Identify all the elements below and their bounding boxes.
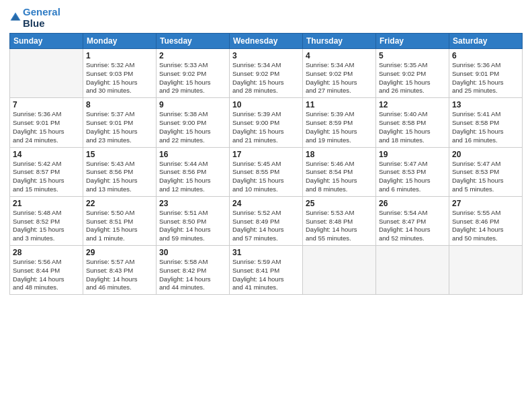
weekday-header-row: SundayMondayTuesdayWednesdayThursdayFrid… [10, 34, 523, 49]
calendar-cell: 12Sunrise: 5:40 AM Sunset: 8:58 PM Dayli… [376, 98, 449, 147]
calendar-cell: 13Sunrise: 5:41 AM Sunset: 8:58 PM Dayli… [449, 98, 523, 147]
calendar-cell: 17Sunrise: 5:45 AM Sunset: 8:55 PM Dayli… [230, 147, 303, 196]
calendar-cell: 4Sunrise: 5:34 AM Sunset: 9:02 PM Daylig… [303, 49, 376, 98]
weekday-header-friday: Friday [376, 34, 449, 49]
calendar-cell: 21Sunrise: 5:48 AM Sunset: 8:52 PM Dayli… [10, 196, 83, 245]
day-info: Sunrise: 5:53 AM Sunset: 8:48 PM Dayligh… [306, 209, 373, 243]
day-info: Sunrise: 5:34 AM Sunset: 9:02 PM Dayligh… [306, 61, 373, 95]
calendar-cell: 31Sunrise: 5:59 AM Sunset: 8:41 PM Dayli… [230, 246, 303, 295]
day-info: Sunrise: 5:39 AM Sunset: 8:59 PM Dayligh… [306, 110, 373, 144]
day-number: 16 [159, 150, 226, 159]
day-number: 15 [86, 150, 153, 159]
day-info: Sunrise: 5:51 AM Sunset: 8:50 PM Dayligh… [159, 209, 226, 243]
logo-icon [9, 11, 21, 24]
day-info: Sunrise: 5:43 AM Sunset: 8:56 PM Dayligh… [86, 160, 153, 194]
calendar-cell: 14Sunrise: 5:42 AM Sunset: 8:57 PM Dayli… [10, 147, 83, 196]
day-info: Sunrise: 5:40 AM Sunset: 8:58 PM Dayligh… [379, 110, 446, 144]
header: GeneralBlue [9, 7, 523, 29]
calendar-cell: 28Sunrise: 5:56 AM Sunset: 8:44 PM Dayli… [10, 246, 83, 295]
day-info: Sunrise: 5:48 AM Sunset: 8:52 PM Dayligh… [13, 209, 80, 243]
day-number: 11 [306, 100, 373, 109]
day-number: 27 [452, 199, 519, 208]
weekday-header-monday: Monday [83, 34, 157, 49]
calendar-cell: 5Sunrise: 5:35 AM Sunset: 9:02 PM Daylig… [376, 49, 449, 98]
weekday-header-tuesday: Tuesday [157, 34, 230, 49]
day-number: 29 [86, 248, 153, 257]
day-info: Sunrise: 5:59 AM Sunset: 8:41 PM Dayligh… [232, 258, 300, 292]
day-info: Sunrise: 5:57 AM Sunset: 8:43 PM Dayligh… [86, 258, 153, 292]
day-number: 1 [86, 51, 153, 60]
week-row-2: 7Sunrise: 5:36 AM Sunset: 9:01 PM Daylig… [10, 98, 523, 147]
day-number: 20 [452, 150, 519, 159]
logo-text: GeneralBlue [23, 7, 60, 29]
day-info: Sunrise: 5:47 AM Sunset: 8:53 PM Dayligh… [379, 160, 446, 194]
weekday-header-sunday: Sunday [10, 34, 83, 49]
day-info: Sunrise: 5:38 AM Sunset: 9:00 PM Dayligh… [159, 110, 226, 144]
week-row-3: 14Sunrise: 5:42 AM Sunset: 8:57 PM Dayli… [10, 147, 523, 196]
weekday-header-wednesday: Wednesday [230, 34, 303, 49]
day-info: Sunrise: 5:36 AM Sunset: 9:01 PM Dayligh… [13, 110, 80, 144]
weekday-header-saturday: Saturday [449, 34, 523, 49]
calendar-cell: 1Sunrise: 5:32 AM Sunset: 9:03 PM Daylig… [83, 49, 157, 98]
day-info: Sunrise: 5:46 AM Sunset: 8:54 PM Dayligh… [306, 160, 373, 194]
day-info: Sunrise: 5:56 AM Sunset: 8:44 PM Dayligh… [13, 258, 80, 292]
day-number: 23 [159, 199, 226, 208]
day-info: Sunrise: 5:33 AM Sunset: 9:02 PM Dayligh… [159, 61, 226, 95]
day-info: Sunrise: 5:41 AM Sunset: 8:58 PM Dayligh… [452, 110, 519, 144]
calendar-cell [303, 246, 376, 295]
day-number: 4 [306, 51, 373, 60]
day-info: Sunrise: 5:35 AM Sunset: 9:02 PM Dayligh… [379, 61, 446, 95]
day-info: Sunrise: 5:42 AM Sunset: 8:57 PM Dayligh… [13, 160, 80, 194]
day-number: 25 [306, 199, 373, 208]
day-info: Sunrise: 5:37 AM Sunset: 9:01 PM Dayligh… [86, 110, 153, 144]
day-number: 24 [232, 199, 300, 208]
day-number: 2 [159, 51, 226, 60]
calendar-cell: 26Sunrise: 5:54 AM Sunset: 8:47 PM Dayli… [376, 196, 449, 245]
day-number: 10 [232, 100, 300, 109]
day-info: Sunrise: 5:58 AM Sunset: 8:42 PM Dayligh… [159, 258, 226, 292]
day-number: 26 [379, 199, 446, 208]
day-number: 17 [232, 150, 300, 159]
weekday-header-thursday: Thursday [303, 34, 376, 49]
calendar-cell: 24Sunrise: 5:52 AM Sunset: 8:49 PM Dayli… [230, 196, 303, 245]
calendar: SundayMondayTuesdayWednesdayThursdayFrid… [9, 33, 523, 295]
day-number: 12 [379, 100, 446, 109]
day-info: Sunrise: 5:54 AM Sunset: 8:47 PM Dayligh… [379, 209, 446, 243]
calendar-cell [10, 49, 83, 98]
day-number: 31 [232, 248, 300, 257]
day-number: 19 [379, 150, 446, 159]
day-number: 6 [452, 51, 519, 60]
calendar-cell: 10Sunrise: 5:39 AM Sunset: 9:00 PM Dayli… [230, 98, 303, 147]
calendar-cell: 18Sunrise: 5:46 AM Sunset: 8:54 PM Dayli… [303, 147, 376, 196]
day-number: 9 [159, 100, 226, 109]
day-number: 28 [13, 248, 80, 257]
calendar-cell [449, 246, 523, 295]
day-number: 21 [13, 199, 80, 208]
day-number: 30 [159, 248, 226, 257]
week-row-4: 21Sunrise: 5:48 AM Sunset: 8:52 PM Dayli… [10, 196, 523, 245]
day-info: Sunrise: 5:39 AM Sunset: 9:00 PM Dayligh… [232, 110, 300, 144]
calendar-cell: 25Sunrise: 5:53 AM Sunset: 8:48 PM Dayli… [303, 196, 376, 245]
day-info: Sunrise: 5:34 AM Sunset: 9:02 PM Dayligh… [232, 61, 300, 95]
calendar-cell [376, 246, 449, 295]
day-number: 13 [452, 100, 519, 109]
day-info: Sunrise: 5:47 AM Sunset: 8:53 PM Dayligh… [452, 160, 519, 194]
page: GeneralBlue SundayMondayTuesdayWednesday… [0, 0, 532, 411]
calendar-cell: 2Sunrise: 5:33 AM Sunset: 9:02 PM Daylig… [157, 49, 230, 98]
calendar-cell: 3Sunrise: 5:34 AM Sunset: 9:02 PM Daylig… [230, 49, 303, 98]
week-row-5: 28Sunrise: 5:56 AM Sunset: 8:44 PM Dayli… [10, 246, 523, 295]
day-number: 3 [232, 51, 300, 60]
calendar-cell: 29Sunrise: 5:57 AM Sunset: 8:43 PM Dayli… [83, 246, 157, 295]
day-number: 7 [13, 100, 80, 109]
calendar-cell: 7Sunrise: 5:36 AM Sunset: 9:01 PM Daylig… [10, 98, 83, 147]
day-number: 14 [13, 150, 80, 159]
day-info: Sunrise: 5:44 AM Sunset: 8:56 PM Dayligh… [159, 160, 226, 194]
day-info: Sunrise: 5:55 AM Sunset: 8:46 PM Dayligh… [452, 209, 519, 243]
calendar-cell: 19Sunrise: 5:47 AM Sunset: 8:53 PM Dayli… [376, 147, 449, 196]
day-number: 5 [379, 51, 446, 60]
calendar-cell: 15Sunrise: 5:43 AM Sunset: 8:56 PM Dayli… [83, 147, 157, 196]
week-row-1: 1Sunrise: 5:32 AM Sunset: 9:03 PM Daylig… [10, 49, 523, 98]
day-info: Sunrise: 5:36 AM Sunset: 9:01 PM Dayligh… [452, 61, 519, 95]
calendar-cell: 27Sunrise: 5:55 AM Sunset: 8:46 PM Dayli… [449, 196, 523, 245]
day-number: 8 [86, 100, 153, 109]
